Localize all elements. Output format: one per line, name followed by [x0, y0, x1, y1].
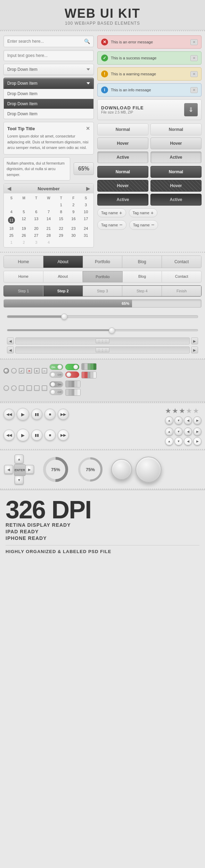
btn-3d-1[interactable] — [111, 459, 132, 480]
btn-normal-light-1[interactable]: Normal — [97, 124, 148, 135]
arrow-right-2[interactable]: ▶ — [193, 427, 202, 436]
btn-hover-dark-2[interactable]: Hover — [150, 180, 202, 192]
media-pause[interactable]: ▮▮ — [31, 409, 42, 420]
arrow-left-3[interactable]: ◀ — [184, 437, 192, 445]
btn-hover-light-1[interactable]: Hover — [97, 137, 148, 149]
checkbox-check[interactable]: ✓ — [19, 368, 24, 374]
calendar-next[interactable]: ▶ — [86, 186, 90, 191]
scroll-left-2[interactable]: ◀ — [7, 347, 14, 353]
dpad-right[interactable]: ▶ — [25, 465, 34, 474]
arrow-down-1[interactable]: ▼ — [174, 416, 183, 425]
error-close-btn[interactable]: ✕ — [190, 39, 198, 45]
star-2[interactable]: ★ — [172, 407, 178, 415]
tag-remove-1[interactable]: Tag name − — [97, 220, 126, 230]
scroll-right-2[interactable]: ▶ — [191, 347, 198, 353]
nav-item-contact-2[interactable]: Contact — [162, 271, 201, 282]
btn-active-dark-2[interactable]: Active — [150, 194, 202, 206]
media-play[interactable]: ▶ — [17, 408, 29, 420]
star-3[interactable]: ★ — [179, 407, 185, 415]
dropdown-menu-item-1[interactable]: Drop Down Item — [4, 89, 93, 99]
calendar-prev[interactable]: ◀ — [7, 186, 11, 191]
star-1[interactable]: ★ — [165, 407, 171, 415]
arrow-down-3[interactable]: ▼ — [174, 437, 183, 445]
slider-1-thumb[interactable] — [61, 314, 67, 320]
btn-3d-2[interactable] — [136, 457, 162, 483]
tag-remove-2[interactable]: Tag name − — [129, 220, 158, 230]
arrow-up-2[interactable]: ▲ — [165, 427, 173, 436]
scroll-right-1[interactable]: ▶ — [191, 337, 198, 344]
media-forward-2[interactable]: ▶▶ — [58, 429, 69, 441]
btn-hover-dark-1[interactable]: Hover — [97, 180, 148, 192]
color-knob-3[interactable] — [65, 381, 81, 387]
step-2[interactable]: Step 2 — [43, 286, 83, 296]
arrow-down-2[interactable]: ▼ — [174, 427, 183, 436]
btn-active-light-2[interactable]: Active — [150, 151, 202, 163]
color-knob-1[interactable] — [81, 363, 97, 370]
star-5[interactable]: ★ — [193, 407, 199, 415]
arrow-left-2[interactable]: ◀ — [184, 427, 192, 436]
step-1[interactable]: Step 1 — [4, 286, 43, 296]
btn-normal-dark-2[interactable]: Normal — [150, 166, 202, 178]
scroll-handle-1[interactable]: ⋮⋮⋮ — [96, 339, 109, 343]
tooltip-close-btn[interactable]: ✕ — [86, 126, 90, 131]
media-forward[interactable]: ▶▶ — [58, 409, 69, 420]
color-knob-2[interactable] — [81, 372, 97, 378]
tag-add-1[interactable]: Tag name + — [97, 208, 126, 217]
checkbox-empty-2[interactable] — [26, 385, 32, 391]
scroll-track-2[interactable]: ⋮⋮⋮ — [15, 347, 190, 353]
checkbox-minus[interactable]: − — [42, 368, 47, 374]
color-knob-4[interactable] — [65, 389, 81, 396]
step-4[interactable]: Step 4 — [122, 286, 162, 296]
nav-item-blog-1[interactable]: Blog — [122, 256, 162, 268]
dpad-up[interactable]: ▲ — [15, 454, 24, 464]
scroll-track-1[interactable]: ⋮⋮⋮ — [15, 337, 190, 344]
tag-add-2[interactable]: Tag name + — [129, 208, 158, 217]
toggle-gray-2[interactable]: Off — [49, 389, 63, 395]
dropdown-2[interactable]: Drop Down Item — [3, 78, 94, 89]
scroll-left-1[interactable]: ◀ — [7, 337, 14, 344]
media-pause-2[interactable]: ▮▮ — [31, 429, 42, 441]
arrow-up-3[interactable]: ▲ — [165, 437, 173, 445]
nav-item-contact-1[interactable]: Contact — [162, 256, 201, 268]
success-close-btn[interactable]: ✕ — [190, 55, 198, 61]
media-stop[interactable]: ■ — [44, 409, 56, 420]
toggle-gray-1[interactable]: On — [49, 381, 63, 387]
checkbox-empty-4[interactable] — [42, 385, 47, 391]
arrow-left-1[interactable]: ◀ — [184, 416, 192, 425]
toggle-on-1[interactable]: On — [49, 364, 63, 370]
nav-item-blog-2[interactable]: Blog — [123, 271, 162, 282]
checkbox-empty-3[interactable] — [34, 385, 40, 391]
dropdown-menu-item-3[interactable]: Drop Down Item — [4, 109, 93, 119]
media-stop-2[interactable]: ■ — [44, 429, 56, 441]
slider-2-track[interactable] — [7, 329, 198, 331]
arrow-right-3[interactable]: ▶ — [193, 437, 202, 445]
toggle-off-1[interactable]: Off — [49, 372, 63, 378]
slider-2-thumb[interactable] — [109, 327, 115, 334]
text-input[interactable] — [7, 53, 90, 58]
search-input[interactable] — [7, 39, 84, 44]
radio-1-checked[interactable] — [3, 368, 9, 374]
nav-item-home-1[interactable]: Home — [4, 256, 43, 268]
btn-normal-light-2[interactable]: Normal — [150, 124, 202, 135]
checkbox-plus[interactable]: + — [34, 368, 40, 374]
slider-1-track[interactable] — [7, 315, 198, 318]
media-rewind-2[interactable]: ◀◀ — [3, 429, 15, 441]
btn-active-light-1[interactable]: Active — [97, 151, 148, 163]
toggle-red-off[interactable] — [65, 372, 79, 378]
search-field[interactable]: 🔍 — [3, 35, 94, 47]
arrow-right-1[interactable]: ▶ — [193, 416, 202, 425]
download-button[interactable]: ⇓ — [184, 103, 198, 116]
dpad-down[interactable]: ▼ — [15, 475, 24, 484]
dpad-left[interactable]: ◀ — [4, 465, 13, 474]
text-input-field[interactable] — [3, 50, 94, 61]
scroll-handle-2[interactable]: ⋮⋮⋮ — [96, 348, 109, 352]
media-play-2[interactable]: ▶ — [17, 429, 29, 441]
nav-item-about-1[interactable]: About — [43, 256, 83, 268]
toggle-green-on[interactable] — [65, 364, 79, 370]
radio-2[interactable] — [11, 368, 17, 374]
checkbox-x[interactable]: ✕ — [26, 368, 32, 374]
media-rewind[interactable]: ◀◀ — [3, 409, 15, 420]
step-3[interactable]: Step 3 — [83, 286, 123, 296]
btn-active-dark-1[interactable]: Active — [97, 194, 148, 206]
dropdown-menu-item-2[interactable]: Drop Down Item — [4, 99, 93, 109]
